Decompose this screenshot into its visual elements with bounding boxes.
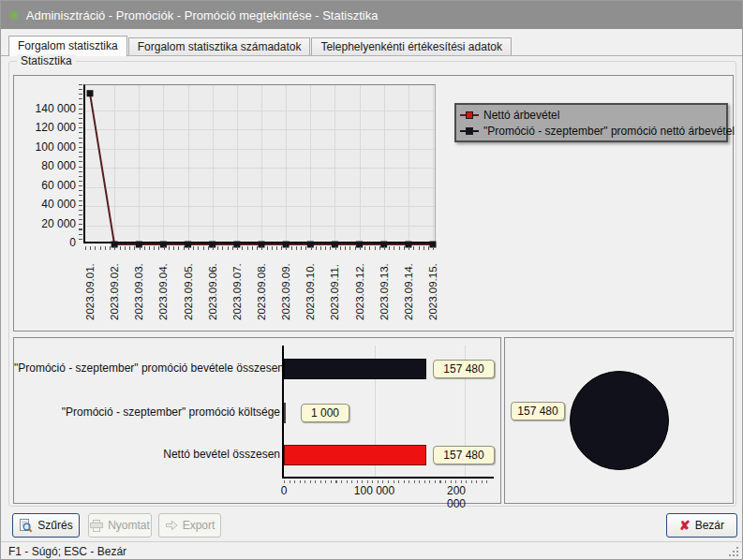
- x-date-label: 2023.09.06.: [206, 248, 219, 320]
- app-window: ❀ Adminisztráció - Promóciók - Promóció …: [0, 0, 743, 560]
- legend-sample: [460, 125, 479, 136]
- black-square-marker-icon: [466, 127, 473, 135]
- filter-button-label: Szűrés: [37, 519, 72, 532]
- x-date-label: 2023.09.11.: [328, 248, 341, 320]
- app-icon: ❀: [8, 8, 20, 22]
- y-axis-minor-ticks: [79, 84, 82, 243]
- x-date-label: 2023.09.08.: [255, 248, 268, 320]
- line-plot-area: [83, 84, 436, 243]
- bar-axis-minor-ticks: [284, 480, 492, 483]
- bar-net-revenue: [284, 445, 426, 465]
- y-tick-label: 80 000: [14, 159, 76, 172]
- bar-value-label: 157 480: [433, 360, 495, 378]
- tab-bar: Forgalom statisztika Forgalom statisztik…: [1, 36, 742, 56]
- legend-sample: [460, 110, 479, 120]
- legend-label: "Promóció - szeptember" promóció nettó á…: [483, 125, 735, 138]
- x-date-label: 2023.09.05.: [182, 248, 195, 320]
- status-bar-text: F1 - Súgó; ESC - Bezár: [8, 545, 126, 558]
- bar-promo-cost: [284, 403, 286, 423]
- export-button-label: Export: [183, 519, 215, 532]
- legend-label: Nettó árbevétel: [483, 109, 559, 122]
- bar-category-label: Nettó bevétel összesen: [14, 448, 280, 461]
- close-button[interactable]: ✘ Bezár: [666, 513, 737, 538]
- line-chart-panel: Nettó árbevétel "Promóció - szeptember" …: [13, 75, 734, 332]
- y-tick-label: 60 000: [14, 179, 76, 192]
- bar-category-label: "Promóció - szeptember" promóció költség…: [14, 405, 280, 419]
- resize-grip[interactable]: [736, 554, 738, 556]
- y-tick-label: 120 000: [14, 121, 76, 134]
- x-date-label: 2023.09.09.: [279, 248, 292, 320]
- filter-button[interactable]: Szűrés: [12, 513, 80, 538]
- revenue-line: [90, 94, 433, 244]
- y-tick-label: 20 000: [14, 217, 76, 230]
- print-button-label: Nyomtat: [108, 519, 150, 532]
- print-button[interactable]: Nyomtat: [88, 513, 152, 538]
- title-bar[interactable]: ❀ Adminisztráció - Promóciók - Promóció …: [1, 1, 742, 29]
- x-date-label: 2023.09.07.: [230, 248, 244, 320]
- legend-item-promocio-netto-arbevetel: "Promóció - szeptember" promóció nettó á…: [460, 123, 722, 139]
- tab-forgalom-statisztika-szamadatok[interactable]: Forgalom statisztika számadatok: [128, 37, 311, 55]
- export-button[interactable]: Export: [158, 513, 221, 538]
- x-date-label: 2023.09.01.: [83, 248, 97, 320]
- bar-value-label: 157 480: [433, 446, 495, 464]
- x-date-label: 2023.09.10.: [304, 248, 317, 320]
- legend-item-netto-arbevetel: Nettó árbevétel: [460, 107, 722, 123]
- x-date-label: 2023.09.13.: [378, 248, 391, 320]
- x-date-label: 2023.09.14.: [402, 248, 415, 320]
- data-point-marker: [87, 90, 94, 96]
- x-date-label: 2023.09.15.: [426, 248, 439, 320]
- close-x-icon: ✘: [679, 519, 691, 532]
- window-title: Adminisztráció - Promóciók - Promóció me…: [26, 8, 379, 22]
- y-tick-label: 40 000: [14, 198, 76, 211]
- y-tick-label: 100 000: [14, 140, 76, 154]
- tab-forgalom-statisztika[interactable]: Forgalom statisztika: [8, 36, 127, 56]
- x-date-label: 2023.09.03.: [132, 248, 145, 320]
- y-tick-label: 0: [14, 236, 76, 249]
- bar-x-axis: [282, 477, 494, 479]
- bar-category-label: "Promóció - szeptember" promóció bevétel…: [14, 361, 280, 375]
- x-date-label: 2023.09.02.: [108, 248, 121, 320]
- bar-x-tick-label: 0: [281, 484, 288, 497]
- bar-promo-revenue: [284, 359, 426, 379]
- status-bar: F1 - Súgó; ESC - Bezár: [1, 541, 742, 560]
- close-button-label: Bezár: [695, 519, 724, 532]
- pie-chart-panel: 157 480: [504, 337, 734, 504]
- statistics-groupbox: Statisztika Nettó árbevétel "Promóció - …: [8, 61, 736, 507]
- groupbox-label: Statisztika: [17, 54, 76, 67]
- line-series-layer: [85, 85, 438, 244]
- search-document-icon: [19, 519, 33, 533]
- pie-slice: [570, 371, 669, 470]
- tab-telephelyenkenti-ertekesitesi-adatok[interactable]: Telephelyenkénti értékesítési adatok: [311, 37, 511, 55]
- printer-icon: [90, 520, 103, 532]
- red-square-marker-icon: [466, 111, 473, 119]
- pie-value-label: 157 480: [511, 402, 565, 420]
- bar-chart-panel: "Promóció - szeptember" promóció bevétel…: [13, 337, 501, 504]
- y-tick-label: 140 000: [14, 102, 76, 115]
- export-arrow-icon: [165, 520, 178, 531]
- bar-value-label: 1 000: [301, 404, 349, 422]
- x-date-label: 2023.09.04.: [156, 248, 170, 320]
- bar-x-tick-label: 100 000: [354, 484, 394, 497]
- bar-x-tick-label: 200 000: [447, 484, 483, 510]
- chart-legend: Nettó árbevétel "Promóció - szeptember" …: [454, 103, 728, 142]
- x-date-label: 2023.09.12.: [353, 248, 366, 320]
